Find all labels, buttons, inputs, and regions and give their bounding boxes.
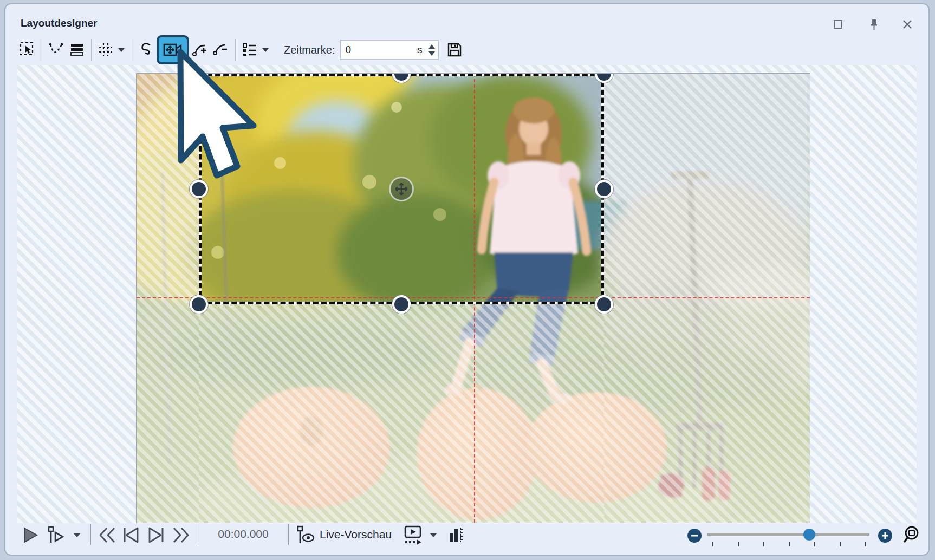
toolbar: Zeitmarke: s <box>17 35 463 65</box>
skip-back-button[interactable] <box>96 525 118 545</box>
resize-handle-middle-right[interactable] <box>595 180 613 198</box>
motion-path-icon <box>48 42 64 58</box>
move-handle-center[interactable] <box>389 177 414 201</box>
chevron-down-icon <box>73 532 81 538</box>
layer-order-icon <box>69 42 85 57</box>
resize-handle-bottom-right[interactable] <box>595 295 613 314</box>
statistics-icon <box>448 525 464 545</box>
live-preview-label: Live-Vorschau <box>320 528 392 541</box>
slider-tick <box>712 542 713 546</box>
layer-order-tool-button[interactable] <box>67 38 87 62</box>
play-from-marker-icon <box>47 526 66 544</box>
resize-handle-bottom-left[interactable] <box>190 295 208 314</box>
play-button[interactable] <box>21 525 40 545</box>
object-list-icon <box>242 42 258 57</box>
skip-back-icon <box>98 526 116 544</box>
zeitmarke-unit: s <box>417 44 426 56</box>
slider-tick <box>840 542 841 546</box>
zoom-slider-thumb[interactable] <box>803 529 815 541</box>
slide-image <box>137 74 810 523</box>
spinner-down-icon <box>428 51 435 56</box>
add-keyframe-tool-button[interactable] <box>190 38 211 62</box>
go-to-start-icon <box>122 526 140 544</box>
slider-tick <box>763 542 764 546</box>
slider-tick <box>814 542 815 546</box>
zeitmarke-field: s <box>340 40 439 60</box>
preview-window-icon <box>402 525 424 545</box>
zeitmarke-label: Zeitmarke: <box>284 44 335 56</box>
play-options-dropdown[interactable] <box>70 529 83 542</box>
motion-curve-tool-button[interactable] <box>135 38 155 62</box>
grid-icon <box>98 42 114 58</box>
slider-tick <box>738 542 739 546</box>
go-to-end-button[interactable] <box>145 525 167 545</box>
camera-pan-tool-button[interactable] <box>157 35 189 64</box>
play-from-marker-button[interactable] <box>46 525 67 545</box>
motion-curve-icon <box>137 41 154 58</box>
bar-separator <box>198 524 198 545</box>
select-tool-icon <box>20 42 36 58</box>
zeitmarke-spinner[interactable] <box>425 41 438 59</box>
save-keyframe-button[interactable] <box>446 42 463 58</box>
maximize-button[interactable] <box>830 16 846 32</box>
statistics-button[interactable] <box>446 524 466 546</box>
camera-pan-icon <box>163 42 183 58</box>
zoom-in-button[interactable] <box>878 529 892 543</box>
bar-separator <box>90 524 91 545</box>
dimmed-area-bottom <box>199 304 604 523</box>
save-icon <box>446 42 463 58</box>
pin-button[interactable] <box>866 16 882 32</box>
pin-eye-icon <box>296 525 315 545</box>
timecode-display: 00:00.000 <box>208 528 278 541</box>
add-keyframe-icon <box>192 42 209 58</box>
chevron-down-icon <box>118 48 125 53</box>
slider-tick <box>865 542 866 546</box>
plus-icon <box>881 532 889 539</box>
grid-dropdown-button[interactable] <box>116 38 127 62</box>
preview-window-button[interactable] <box>401 524 425 546</box>
skip-forward-button[interactable] <box>170 525 192 545</box>
close-button[interactable] <box>899 16 915 32</box>
preview-options-dropdown[interactable] <box>427 529 440 542</box>
toolbar-separator <box>235 39 236 61</box>
motion-path-tool-button[interactable] <box>46 38 67 62</box>
title-bar: Layoutdesigner <box>5 4 928 35</box>
object-list-tool-button[interactable] <box>239 38 260 62</box>
move-arrows-icon <box>394 182 408 196</box>
toolbar-separator <box>91 39 92 61</box>
playback-bar: 00:00.000 Live-Vorschau <box>17 520 917 550</box>
remove-keyframe-tool-button[interactable] <box>211 38 231 62</box>
play-icon <box>22 526 38 544</box>
go-to-start-button[interactable] <box>120 525 142 545</box>
go-to-end-icon <box>147 526 165 544</box>
close-icon <box>902 19 913 30</box>
spinner-up-icon <box>428 44 435 49</box>
zoom-fit-button[interactable] <box>901 524 924 546</box>
chevron-down-icon <box>429 532 438 538</box>
layoutdesigner-window: Layoutdesigner <box>4 3 930 556</box>
window-title: Layoutdesigner <box>21 17 97 29</box>
chevron-down-icon <box>262 48 269 53</box>
magnifier-fit-icon <box>902 525 923 545</box>
maximize-icon <box>833 19 843 30</box>
pin-icon <box>868 18 879 30</box>
select-tool-button[interactable] <box>17 38 38 62</box>
skip-forward-icon <box>172 526 190 544</box>
zoom-slider[interactable] <box>707 533 869 536</box>
remove-keyframe-icon <box>212 42 230 58</box>
object-list-dropdown-button[interactable] <box>260 38 271 62</box>
resize-handle-bottom-center[interactable] <box>392 295 411 314</box>
grid-tool-button[interactable] <box>95 38 116 62</box>
zoom-out-button[interactable] <box>687 529 702 543</box>
toolbar-separator <box>131 39 131 61</box>
bar-separator <box>288 524 289 545</box>
slider-tick <box>789 542 790 546</box>
layoutdesigner-app: Layoutdesigner <box>0 0 935 560</box>
layout-canvas[interactable] <box>17 65 917 523</box>
minus-icon <box>691 532 698 539</box>
resize-handle-middle-left[interactable] <box>190 180 208 198</box>
toolbar-separator <box>42 39 42 61</box>
zeitmarke-input[interactable] <box>341 44 417 56</box>
live-preview-pin-button[interactable] <box>295 524 316 546</box>
